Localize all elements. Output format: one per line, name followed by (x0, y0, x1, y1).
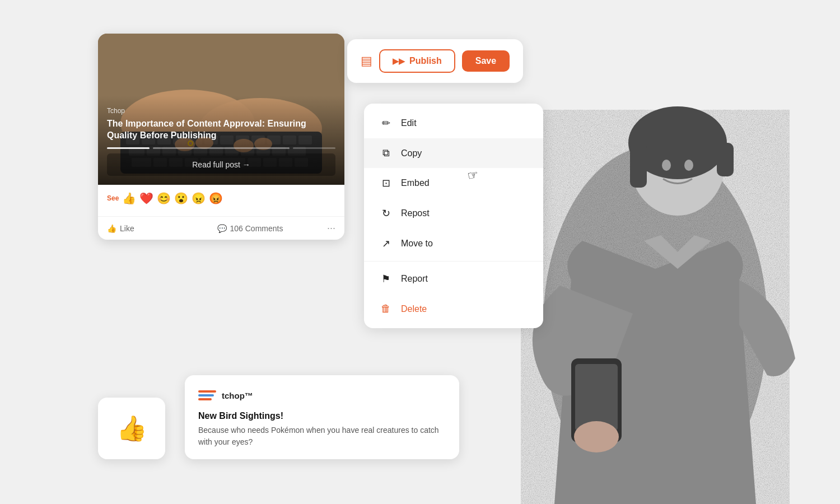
post-channel: Tchop (107, 107, 335, 115)
publish-button[interactable]: ▶▶ Publish (379, 49, 455, 73)
dropdown-menu: ✏ Edit ⧉ Copy ⊡ Embed ↻ Repost ↗ Move to… (364, 104, 543, 328)
edit-icon: ✏ (380, 117, 392, 129)
logo-line-3 (198, 398, 212, 400)
menu-divider (364, 261, 543, 262)
copy-label: Copy (401, 148, 422, 158)
reaction-thumbsup[interactable]: 👍 (122, 192, 136, 205)
reaction-wow[interactable]: 😮 (174, 192, 188, 205)
publish-label: Publish (409, 56, 442, 66)
progress-bar-2 (153, 147, 290, 149)
logo-line-1 (198, 390, 216, 393)
move-to-icon: ↗ (380, 237, 392, 250)
toolbar-icon: ▤ (361, 54, 372, 68)
post-title: The Importance of Content Approval: Ensu… (107, 118, 335, 142)
like-button[interactable]: 👍 Like (107, 224, 217, 233)
svg-rect-4 (717, 143, 734, 176)
comments-label: 106 Comments (230, 224, 283, 233)
see-label: See (107, 194, 119, 202)
comments-icon: 💬 (217, 224, 227, 233)
report-icon: ⚑ (380, 273, 392, 285)
menu-item-move-to[interactable]: ↗ Move to (364, 228, 543, 259)
menu-item-delete[interactable]: 🗑 Delete (364, 294, 543, 324)
comments-button[interactable]: 💬 106 Comments (217, 224, 328, 233)
thumbs-up-icon: 👍 (116, 414, 147, 443)
delete-label: Delete (401, 304, 427, 314)
reaction-smile[interactable]: 😊 (157, 192, 171, 205)
notification-card: tchop™ New Bird Sightings! Because who n… (185, 375, 459, 459)
progress-bar-1 (107, 147, 150, 149)
tchop-logo (198, 386, 216, 404)
see-row: See 👍 ❤️ 😊 😮 😠 😡 (107, 192, 335, 205)
notification-username: tchop™ (222, 391, 253, 400)
move-to-label: Move to (401, 239, 433, 249)
notification-header: tchop™ (198, 386, 446, 404)
copy-icon: ⧉ (380, 147, 392, 159)
menu-item-copy[interactable]: ⧉ Copy (364, 138, 543, 168)
report-label: Report (401, 274, 428, 284)
like-label: Like (120, 224, 134, 233)
menu-item-embed[interactable]: ⊡ Embed (364, 168, 543, 198)
notification-title: New Bird Sightings! (198, 411, 446, 421)
menu-item-report[interactable]: ⚑ Report (364, 264, 543, 294)
svg-point-9 (574, 421, 619, 452)
more-options-button[interactable]: ··· (327, 222, 335, 234)
svg-point-5 (662, 160, 671, 171)
toolbar-card: ▤ ▶▶ Publish Save (347, 39, 523, 83)
logo-line-2 (198, 394, 214, 396)
post-reactions: See 👍 ❤️ 😊 😮 😠 😡 (98, 185, 344, 217)
progress-bar-3 (293, 147, 335, 149)
reaction-rage[interactable]: 😡 (209, 192, 223, 205)
notification-text: Because who needs Pokémon when you have … (198, 424, 446, 448)
delete-icon: 🗑 (380, 303, 392, 315)
save-button[interactable]: Save (462, 50, 510, 72)
svg-rect-3 (630, 143, 647, 188)
embed-icon: ⊡ (380, 177, 392, 189)
menu-item-repost[interactable]: ↻ Repost (364, 198, 543, 228)
post-image: Tchop The Importance of Content Approval… (98, 34, 344, 185)
menu-item-edit[interactable]: ✏ Edit (364, 108, 543, 138)
repost-icon: ↻ (380, 207, 392, 220)
reaction-angry[interactable]: 😠 (192, 192, 206, 205)
repost-label: Repost (401, 208, 430, 218)
svg-point-6 (684, 160, 693, 171)
post-actions: 👍 Like 💬 106 Comments ··· (98, 217, 344, 240)
play-icon: ▶▶ (393, 57, 405, 66)
thumbs-card: 👍 (98, 398, 165, 459)
post-card: Tchop The Importance of Content Approval… (98, 34, 344, 240)
read-full-post-button[interactable]: Read full post → (107, 153, 335, 176)
reaction-heart[interactable]: ❤️ (139, 192, 153, 205)
post-progress-bars (107, 147, 335, 149)
like-icon: 👍 (107, 224, 116, 233)
edit-label: Edit (401, 118, 417, 128)
embed-label: Embed (401, 178, 430, 188)
post-image-overlay: Tchop The Importance of Content Approval… (98, 96, 344, 185)
